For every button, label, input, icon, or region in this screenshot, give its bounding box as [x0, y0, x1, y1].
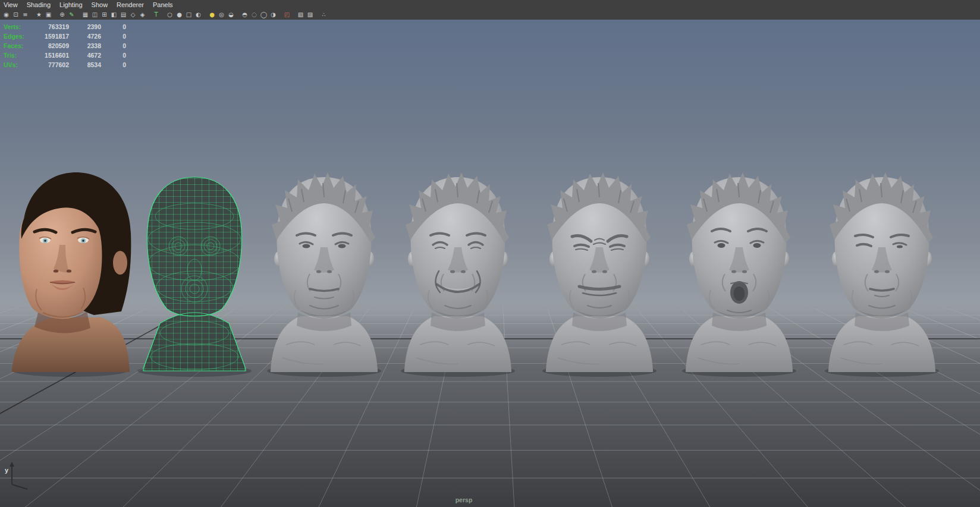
perspective-viewport[interactable]: y Verts:76331923900Edges:159181747260Fac…	[0, 20, 980, 507]
menu-renderer[interactable]: Renderer	[117, 1, 144, 8]
poly-count-hud: Verts:76331923900Edges:159181747260Faces…	[4, 22, 126, 70]
scan-head-open-mouth[interactable]	[682, 172, 796, 377]
image-plane-icon[interactable]: ▣	[44, 10, 53, 19]
bounding-box-icon[interactable]: □	[184, 10, 193, 19]
maya-viewport-window: ViewShadingLightingShowRendererPanels ◉⊡…	[0, 0, 980, 507]
hud-value: 0	[101, 23, 126, 30]
camera-label: persp	[456, 496, 473, 503]
pan-zoom-icon[interactable]: ⊕	[58, 10, 67, 19]
hud-value: 1516601	[32, 52, 69, 59]
hud-value: 2390	[69, 23, 101, 30]
hud-value: 0	[101, 33, 126, 40]
grid-icon[interactable]: ▦	[81, 10, 90, 19]
resolution-gate-icon[interactable]: ⊞	[100, 10, 109, 19]
hud-label: Verts:	[4, 23, 32, 30]
textured-shade-icon[interactable]: ◐	[194, 10, 203, 19]
multisample-icon[interactable]: ◯	[259, 10, 268, 19]
hud-label: Faces:	[4, 42, 32, 49]
camera-attributes-icon[interactable]: ≡	[21, 10, 30, 19]
gate-mask-icon[interactable]: ◧	[109, 10, 118, 19]
hud-row: Faces:82050923380	[4, 41, 126, 51]
safe-action-icon[interactable]: ◇	[128, 10, 137, 19]
select-camera-icon[interactable]: ◉	[2, 10, 11, 19]
hud-label: Tris:	[4, 52, 32, 59]
wireframe-on-shaded-icon[interactable]: ▨	[306, 10, 315, 19]
hud-value: 763319	[32, 23, 69, 30]
menu-lighting[interactable]: Lighting	[59, 1, 83, 8]
isolate-select-icon[interactable]: ◰	[282, 10, 291, 19]
hud-value: 0	[101, 52, 126, 59]
hud-value: 777602	[32, 61, 69, 68]
hud-row: Tris:151660146720	[4, 51, 126, 60]
hud-value: 4726	[69, 33, 101, 40]
panel-menu-bar: ViewShadingLightingShowRendererPanels	[0, 0, 980, 10]
hud-value: 8534	[69, 61, 101, 68]
scan-head-scrunch[interactable]	[542, 172, 657, 377]
menu-panels[interactable]: Panels	[153, 1, 173, 8]
lock-camera-icon[interactable]: ⊡	[11, 10, 20, 19]
xray-icon[interactable]: ▧	[296, 10, 305, 19]
hud-row: Verts:76331923900	[4, 22, 126, 32]
safe-title-icon[interactable]: ◈	[138, 10, 147, 19]
hud-value: 1591817	[32, 33, 69, 40]
viewport-scene: y	[0, 20, 980, 507]
hud-value: 820509	[32, 42, 69, 49]
shadows-icon[interactable]: ◒	[227, 10, 235, 19]
grease-pencil-icon[interactable]: ✎	[67, 10, 76, 19]
menu-shading[interactable]: Shading	[27, 1, 51, 8]
default-light-icon[interactable]: ●	[208, 10, 216, 19]
scan-head-neutral[interactable]	[267, 172, 381, 377]
menu-show[interactable]: Show	[92, 1, 108, 8]
hud-label: UVs:	[4, 61, 32, 68]
axis-label: y	[5, 467, 9, 474]
hud-value: 0	[101, 61, 126, 68]
film-gate-icon[interactable]: ◫	[90, 10, 99, 19]
all-lights-icon[interactable]: ◎	[217, 10, 226, 19]
share-view-icon[interactable]: ∴	[319, 10, 328, 19]
wireframe-display-icon[interactable]: ○	[165, 10, 174, 19]
textured-display-icon[interactable]: T	[152, 10, 161, 19]
field-chart-icon[interactable]: ▤	[119, 10, 128, 19]
depth-of-field-icon[interactable]: ◑	[269, 10, 278, 19]
scan-head-smile[interactable]	[401, 172, 515, 377]
panel-toolbar: ◉⊡≡★▣⊕✎▦◫⊞◧▤◇◈T○●□◐●◎◒◓◌◯◑◰▧▨∴	[0, 10, 980, 20]
hud-row: Edges:159181747260	[4, 32, 126, 41]
occlusion-icon[interactable]: ◓	[240, 10, 249, 19]
motion-blur-icon[interactable]: ◌	[250, 10, 259, 19]
wireframe-head[interactable]	[135, 168, 254, 377]
hud-row: UVs:77760285340	[4, 60, 126, 70]
menu-view[interactable]: View	[4, 1, 18, 8]
hud-label: Edges:	[4, 33, 32, 40]
hud-value: 4672	[69, 52, 101, 59]
scan-head-squint[interactable]	[825, 172, 939, 377]
smooth-shade-icon[interactable]: ●	[175, 10, 184, 19]
textured-head[interactable]	[12, 172, 131, 377]
hud-value: 2338	[69, 42, 101, 49]
hud-value: 0	[101, 42, 126, 49]
bookmark-icon[interactable]: ★	[34, 10, 43, 19]
